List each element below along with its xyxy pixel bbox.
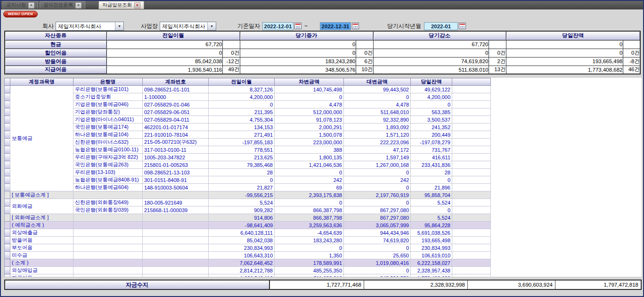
daily-balance-cell[interactable]: 5,524 xyxy=(411,214,452,222)
prev-balance-cell[interactable]: 5,524 xyxy=(209,199,275,206)
prev-balance-cell[interactable]: 271,491 xyxy=(209,131,275,139)
daily-balance-cell[interactable]: 28 xyxy=(411,169,452,176)
account-name-cell[interactable]: [ 보통예금소계 ] xyxy=(10,191,73,199)
bank-name-cell[interactable]: 농협은행(보통예금0100-11) xyxy=(73,146,143,154)
daily-balance-cell[interactable]: 6,222,158,027 xyxy=(411,259,452,267)
prev-balance-cell[interactable]: 7,062,648,452 xyxy=(209,259,275,267)
bank-name-cell[interactable]: 기업은행(당좌통장) xyxy=(73,108,143,116)
row-indicator-cell[interactable] xyxy=(5,116,10,124)
site-select[interactable]: 제일저지주식회사 ▼ xyxy=(160,22,216,31)
credit-amount-cell[interactable]: 3,065,057,999 xyxy=(344,222,411,229)
daily-balance-cell[interactable]: 5,691,038,526 xyxy=(411,229,452,237)
bank-name-cell[interactable]: 중소기업중앙회 xyxy=(73,93,143,101)
debit-amount-cell[interactable]: 3,259,563,636 xyxy=(275,222,344,229)
account-number-cell[interactable] xyxy=(143,191,209,199)
bank-name-cell[interactable] xyxy=(73,222,143,229)
tab-close-icon[interactable]: × xyxy=(134,2,140,8)
bank-name-cell[interactable]: 국민은행(외화통장039) xyxy=(73,206,143,214)
debit-amount-cell[interactable]: -4,654,639 xyxy=(275,229,344,237)
chevron-down-icon[interactable]: ▼ xyxy=(115,22,123,30)
row-indicator-cell[interactable] xyxy=(5,101,10,108)
prev-balance-cell[interactable]: 21,827 xyxy=(209,184,275,191)
prev-balance-cell[interactable]: 106,643,310 xyxy=(209,252,275,259)
credit-amount-cell[interactable]: 867,297,080 xyxy=(344,214,411,222)
account-number-cell[interactable]: 215-05-007210(구632) xyxy=(143,139,209,146)
account-number-cell[interactable]: 180-005-921649 xyxy=(143,199,209,206)
row-indicator-cell[interactable] xyxy=(5,191,10,199)
debit-amount-cell[interactable]: 866,387,798 xyxy=(275,206,344,214)
prev-balance-cell[interactable]: 4,200,000 xyxy=(209,93,275,101)
row-indicator-cell[interactable] xyxy=(5,108,10,116)
credit-amount-cell[interactable]: 944,434,946 xyxy=(344,229,411,237)
daily-balance-cell[interactable]: 21,896 xyxy=(411,184,452,191)
daily-balance-cell[interactable]: 0 xyxy=(411,101,452,108)
account-number-cell[interactable]: 215868-11-000039 xyxy=(143,206,209,214)
credit-amount-cell[interactable]: 0 xyxy=(344,244,411,252)
credit-amount-cell[interactable]: 867,297,080 xyxy=(344,206,411,214)
debit-amount-cell[interactable]: 512,000,000 xyxy=(275,108,344,116)
account-number-cell[interactable]: 148-910003-50604 xyxy=(143,184,209,191)
bank-name-cell[interactable] xyxy=(73,274,143,277)
prev-balance-cell[interactable]: 28 xyxy=(209,169,275,176)
bank-name-cell[interactable] xyxy=(73,244,143,252)
credit-amount-cell[interactable]: 0 xyxy=(344,267,411,274)
credit-amount-cell[interactable]: 0 xyxy=(344,184,411,191)
account-number-cell[interactable] xyxy=(143,244,209,252)
bank-name-cell[interactable] xyxy=(73,214,143,222)
credit-amount-cell[interactable]: 348,506,576 xyxy=(344,274,411,277)
bank-name-cell[interactable]: 하나은행(보통예금104) xyxy=(73,131,143,139)
row-indicator-cell[interactable] xyxy=(5,124,10,131)
debit-amount-cell[interactable]: 4,478 xyxy=(275,101,344,108)
bank-name-cell[interactable]: 기업은행(마이너스04011) xyxy=(73,116,143,124)
calendar-icon[interactable] xyxy=(459,23,466,29)
daily-balance-cell[interactable]: 0 xyxy=(411,176,452,184)
row-indicator-cell[interactable] xyxy=(5,222,10,229)
prev-balance-cell[interactable]: 79,385,468 xyxy=(209,161,275,169)
daily-balance-cell[interactable]: 233,431,836 xyxy=(411,161,452,169)
debit-amount-cell[interactable]: 0 xyxy=(275,199,344,206)
bank-name-cell[interactable]: 우리은행(구매자금3억 822) xyxy=(73,154,143,161)
tab-2[interactable]: 결의전표등록× xyxy=(40,1,85,9)
row-indicator-cell[interactable] xyxy=(5,161,10,169)
credit-amount-cell[interactable]: 0 xyxy=(344,199,411,206)
credit-amount-cell[interactable]: 1,019,080,416 xyxy=(344,259,411,267)
credit-amount-cell[interactable]: 1,597,149 xyxy=(344,154,411,161)
bank-name-cell[interactable]: 하나은행(보통예금604) xyxy=(73,184,143,191)
account-name-cell[interactable]: 외상매출금 xyxy=(10,229,73,237)
start-month-input[interactable]: 2022-01 xyxy=(424,22,458,30)
daily-balance-cell[interactable]: 95,864,228 xyxy=(411,222,452,229)
account-number-cell[interactable] xyxy=(143,274,209,277)
row-indicator-cell[interactable] xyxy=(5,86,10,93)
prev-balance-cell[interactable]: 914,806 xyxy=(209,214,275,222)
account-number-cell[interactable]: 317-0013-0100-11 xyxy=(143,146,209,154)
row-indicator-cell[interactable] xyxy=(5,93,10,101)
daily-balance-cell[interactable]: 193,665,498 xyxy=(411,237,452,244)
daily-balance-cell[interactable]: 106,619,010 xyxy=(411,252,452,259)
row-indicator-cell[interactable] xyxy=(5,176,10,184)
prev-balance-cell[interactable]: 1,936,540,116 xyxy=(209,274,275,277)
prev-balance-cell[interactable]: -99,556,215 xyxy=(209,191,275,199)
account-number-cell[interactable]: 301-0151-8408-91 xyxy=(143,176,209,184)
daily-balance-cell[interactable]: 2,328,957,438 xyxy=(411,267,452,274)
account-number-cell[interactable] xyxy=(143,229,209,237)
bank-name-cell[interactable]: 우리은행(13-103) xyxy=(73,169,143,176)
debit-amount-cell[interactable]: 183,243,280 xyxy=(275,237,344,244)
row-indicator-cell[interactable] xyxy=(5,206,10,214)
row-indicator-cell[interactable] xyxy=(5,267,10,274)
account-group-cell[interactable]: 외화예금 xyxy=(10,199,73,214)
account-number-cell[interactable] xyxy=(143,252,209,259)
row-indicator-cell[interactable] xyxy=(5,259,10,267)
account-number-cell[interactable] xyxy=(143,259,209,267)
row-indicator-cell[interactable] xyxy=(5,139,10,146)
debit-amount-cell[interactable]: 2,000,291 xyxy=(275,124,344,131)
account-number-cell[interactable]: 1-100000 xyxy=(143,93,209,101)
prev-balance-cell[interactable]: 2,814,212,788 xyxy=(209,267,275,274)
prev-balance-cell[interactable]: 0 xyxy=(209,176,275,184)
credit-amount-cell[interactable]: 99,443,502 xyxy=(344,86,411,93)
company-select[interactable]: 제일저지주식회사 ▼ xyxy=(56,22,124,31)
row-indicator-cell[interactable] xyxy=(5,274,10,277)
account-name-cell[interactable]: ( 예적금소계 ) xyxy=(10,222,73,229)
daily-balance-cell[interactable]: 241,352 xyxy=(411,124,452,131)
credit-amount-cell[interactable]: 25,650 xyxy=(344,252,411,259)
debit-amount-cell[interactable]: 2,393,175,838 xyxy=(275,191,344,199)
